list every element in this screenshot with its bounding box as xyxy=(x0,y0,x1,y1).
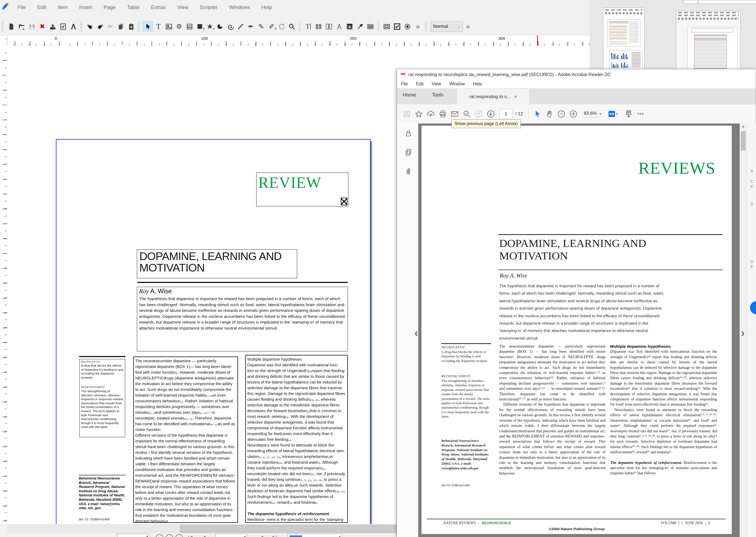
background-window-thumbnails[interactable] xyxy=(603,8,645,69)
next-page-button[interactable] xyxy=(485,108,497,120)
favorites-star-icon[interactable] xyxy=(413,108,425,120)
toolbar-grip[interactable] xyxy=(377,21,379,31)
zoom-out-button[interactable] xyxy=(555,108,567,120)
previous-page-button[interactable]: ◀ xyxy=(202,535,206,537)
article-title-frame[interactable]: DOPAMINE, LEARNING AND MOTIVATION xyxy=(137,249,297,278)
review-kicker-frame[interactable]: REVIEW xyxy=(256,173,349,206)
selection-tool[interactable] xyxy=(531,108,543,120)
image-effect-dropdown[interactable]: Normal ⌄ xyxy=(431,21,463,32)
menu-table[interactable]: Table xyxy=(127,4,139,10)
title-divider-line[interactable] xyxy=(137,282,348,283)
save-icon[interactable] xyxy=(27,22,36,31)
zoom-dropdown-caret[interactable]: ▾ xyxy=(600,112,602,116)
toolbar-grip[interactable] xyxy=(138,21,140,31)
body-column-1-frame[interactable]: The neurotransmitter dopamine — particul… xyxy=(133,356,238,523)
insert-text-frame-tool[interactable]: T xyxy=(154,22,163,31)
page-select-box[interactable]: ▾ xyxy=(215,534,247,537)
menu-file[interactable]: File xyxy=(401,81,408,86)
tab-home[interactable]: Home xyxy=(403,92,416,98)
scroll-up-arrow[interactable]: ▲ xyxy=(740,124,746,130)
security-lock-icon[interactable] xyxy=(402,127,414,139)
paste-icon[interactable] xyxy=(127,22,136,31)
page-thumbnail-text[interactable] xyxy=(607,20,640,47)
menu-help[interactable]: Help xyxy=(262,4,272,10)
email-icon[interactable] xyxy=(449,108,461,120)
unlink-text-frames-tool[interactable] xyxy=(324,22,334,31)
measurements-tool[interactable] xyxy=(335,22,344,31)
tab-close-icon[interactable]: × xyxy=(515,94,517,99)
save-icon[interactable] xyxy=(401,108,413,120)
toolbar-grip[interactable] xyxy=(299,21,301,31)
shape-dropdown-caret[interactable]: ▾ xyxy=(203,27,205,30)
background-window-editor[interactable] xyxy=(676,11,741,69)
print-icon[interactable] xyxy=(437,108,449,120)
previous-page-button[interactable] xyxy=(473,108,485,120)
preflight-verifier-icon[interactable] xyxy=(58,22,67,31)
menu-scripter[interactable]: Scripter xyxy=(199,4,217,10)
menu-view[interactable]: View xyxy=(432,81,441,86)
zoom-out-button[interactable] xyxy=(155,534,164,537)
menu-window[interactable]: Window xyxy=(449,81,465,86)
layer-select-dropdown[interactable]: ▾ xyxy=(288,534,342,537)
page-thumbnails-icon[interactable] xyxy=(402,146,414,158)
open-document-icon[interactable] xyxy=(17,22,26,31)
zoom-in-button[interactable] xyxy=(175,534,183,537)
attachments-paperclip-icon[interactable] xyxy=(402,165,414,178)
new-document-icon[interactable] xyxy=(7,22,16,31)
body-column-2-frame[interactable]: Multiple dopamine hypotheses Dopamine wa… xyxy=(245,355,348,523)
redo-icon[interactable] xyxy=(96,22,105,31)
freehand-line-tool[interactable]: ✎ xyxy=(257,22,266,31)
bezier-curve-tool[interactable]: ✒ xyxy=(246,22,255,31)
toolbar-grip[interactable] xyxy=(2,21,4,31)
scrollbar-thumb[interactable] xyxy=(741,131,746,151)
menu-windows[interactable]: Windows xyxy=(229,4,250,10)
zoom-level-value[interactable]: 83.6% xyxy=(582,111,599,117)
text-overflow-indicator-icon[interactable] xyxy=(341,198,347,205)
menu-extras[interactable]: Extras xyxy=(151,4,166,10)
horizontal-ruler[interactable]: 0 100 200 300 xyxy=(7,35,590,46)
pdf-checkbox-tool[interactable] xyxy=(393,22,402,31)
first-page-button[interactable]: |◀ xyxy=(188,535,192,537)
export-pdf-icon[interactable] xyxy=(69,22,78,31)
insert-spiral-tool[interactable] xyxy=(226,22,235,31)
zoom-spinbox[interactable]: ▲ xyxy=(117,534,150,537)
hand-tool[interactable] xyxy=(543,108,555,120)
glossary-sidebar-frame[interactable]: NEUROLEPTIC A drug that blocks the effec… xyxy=(79,359,125,437)
pdf-radio-button-tool[interactable] xyxy=(403,22,412,31)
document-view[interactable]: REVIEWS DOPAMINE, LEARNING AND MOTIVATIO… xyxy=(418,123,740,537)
tab-document[interactable]: rat responding to n... × xyxy=(457,88,530,104)
insert-table-tool[interactable] xyxy=(185,22,194,31)
toolbar-overflow-chevron[interactable]: » xyxy=(413,22,423,31)
select-item-tool[interactable] xyxy=(143,21,153,31)
more-tools-icon[interactable]: ••• xyxy=(635,108,647,120)
search-icon[interactable] xyxy=(461,108,473,120)
pdf-push-button-tool[interactable] xyxy=(382,22,392,31)
zoom-100-button[interactable] xyxy=(165,534,173,537)
copy-item-properties-tool[interactable]: ★ xyxy=(345,22,355,31)
next-page-chevron[interactable]: › xyxy=(741,327,744,339)
calligraphy-dropdown-caret[interactable]: ▾ xyxy=(275,27,276,30)
menu-help[interactable]: Help xyxy=(473,81,482,86)
toolbar-grip[interactable] xyxy=(80,21,82,31)
insert-render-frame-tool[interactable]: ⚙ xyxy=(175,22,184,31)
toolbar-overflow-chevron[interactable]: » xyxy=(463,22,473,31)
toolbar-grip[interactable] xyxy=(425,21,427,31)
insert-image-frame-tool[interactable] xyxy=(164,22,173,31)
background-window-fragment[interactable] xyxy=(698,0,756,4)
copy-icon[interactable] xyxy=(116,22,125,31)
cut-icon[interactable]: ✂ xyxy=(106,22,115,31)
scrollbar-thumb[interactable] xyxy=(180,525,399,533)
acrobat-titlebar[interactable]: PDF rat responding to neuroleptics da_re… xyxy=(397,69,756,80)
close-document-icon[interactable]: ✖ xyxy=(38,22,47,31)
last-page-button[interactable]: ▶| xyxy=(273,535,277,537)
zoom-tool[interactable] xyxy=(287,22,297,31)
zoom-in-button[interactable] xyxy=(567,108,579,120)
menu-view[interactable]: View xyxy=(177,4,189,10)
fit-dropdown-caret[interactable]: ▾ xyxy=(616,112,618,116)
eyedropper-tool[interactable] xyxy=(356,22,365,31)
current-page-input[interactable]: 1 xyxy=(499,109,513,119)
menu-edit[interactable]: Edit xyxy=(416,81,424,86)
menu-insert[interactable]: Insert xyxy=(79,4,92,10)
tools-panel-collapsed[interactable]: A C E S D E xyxy=(746,123,756,537)
menu-file[interactable]: File xyxy=(18,4,26,10)
